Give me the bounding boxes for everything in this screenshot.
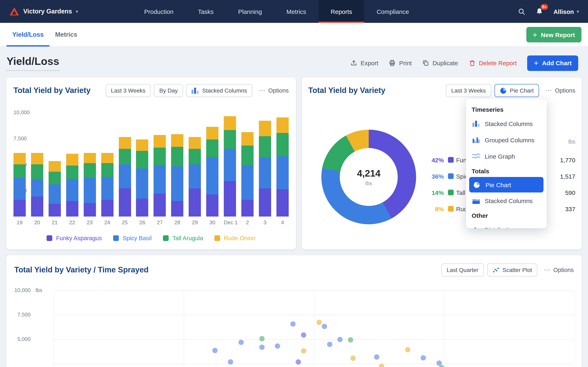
range-button[interactable]: Last 3 Weeks <box>446 84 491 97</box>
trash-icon <box>469 59 476 67</box>
top-nav: Victory Gardens ▾ ProductionTasksPlannin… <box>0 0 588 23</box>
menu-item-stacked-columns[interactable]: Stacked Columns <box>466 192 547 209</box>
tab-metrics[interactable]: Metrics <box>49 23 83 47</box>
bar-segment-tall-arugula <box>277 133 289 156</box>
user-menu[interactable]: Allison ▾ <box>553 8 579 15</box>
stacked-bar[interactable] <box>84 153 96 217</box>
stacked-bar[interactable] <box>101 153 113 217</box>
h-gridline <box>53 290 574 291</box>
notifications-button[interactable]: 5+ <box>536 7 544 16</box>
scatter-point-spicy-basil[interactable] <box>291 322 296 327</box>
scatter-point-spicy-basil[interactable] <box>374 354 379 359</box>
scatter-point-tall-arugula[interactable] <box>348 337 353 343</box>
stacked-bar[interactable] <box>13 153 26 217</box>
legend-item-tall-arugula[interactable]: Tall Arugula <box>163 235 203 242</box>
stacked-bar[interactable] <box>224 117 236 217</box>
nav-item-reports[interactable]: Reports <box>319 0 364 23</box>
chart-type-button[interactable]: Pie Chart <box>494 84 539 97</box>
stacked-bar[interactable] <box>259 120 271 217</box>
scatter-point-spicy-basil[interactable] <box>228 359 233 364</box>
legend-item-funky-asparagus[interactable]: Funky Asparagus <box>47 235 102 242</box>
donut-unit: lbs <box>365 180 372 186</box>
new-report-button[interactable]: + New Report <box>526 27 581 42</box>
menu-item-stacked-columns[interactable]: Stacked Columns <box>466 115 547 132</box>
x-axis-tick: 26 <box>136 219 148 225</box>
bar-segment-funky-asparagus <box>119 188 131 217</box>
export-button[interactable]: Export <box>350 59 378 67</box>
stacked-bar[interactable] <box>206 127 218 217</box>
delete-report-button[interactable]: Delete Report <box>469 59 517 67</box>
scatter-point-rude-onion[interactable] <box>405 347 410 352</box>
bar-segment-tall-arugula <box>259 136 271 157</box>
legend-label: Rude Onion <box>224 235 256 242</box>
v-gridline <box>184 290 184 367</box>
pie-stat-percent: 42% <box>424 156 444 163</box>
nav-item-metrics[interactable]: Metrics <box>274 0 319 23</box>
nav-item-planning[interactable]: Planning <box>226 0 274 23</box>
nav-item-production[interactable]: Production <box>132 0 186 23</box>
scatter-point-spicy-basil[interactable] <box>259 345 265 350</box>
stacked-bar[interactable] <box>277 117 289 217</box>
org-switcher[interactable]: Victory Gardens ▾ <box>0 0 87 23</box>
bar-segment-tall-arugula <box>224 130 236 149</box>
scatter-point-spicy-basil[interactable] <box>436 360 442 366</box>
duplicate-button[interactable]: Duplicate <box>423 59 458 67</box>
scatter-point-tall-arugula[interactable] <box>259 336 265 341</box>
menu-item-line-graph[interactable]: Line Graph <box>466 148 547 164</box>
bar-segment-tall-arugula <box>13 164 26 178</box>
options-button[interactable]: ⋯ Options <box>545 87 575 94</box>
scatter-point-spicy-basil[interactable] <box>337 337 343 342</box>
stacked-bar[interactable] <box>66 154 78 217</box>
menu-item-label: Stacked Columns <box>485 197 533 204</box>
legend-swatch <box>47 235 52 241</box>
search-button[interactable] <box>518 8 526 15</box>
x-axis-tick: 27 <box>154 219 166 225</box>
bar-segment-tall-arugula <box>171 147 183 166</box>
options-button[interactable]: ⋯ Options <box>259 87 289 94</box>
donut-center: 4,214 lbs <box>321 130 416 224</box>
scatter-chart: 10,0007,5005,000lbs <box>6 255 582 367</box>
scatter-point-spicy-basil[interactable] <box>275 343 280 349</box>
scatter-point-spicy-basil[interactable] <box>212 348 218 353</box>
ellipsis-icon: ⋯ <box>545 87 552 94</box>
menu-item-distribution[interactable]: Distribution <box>466 221 547 228</box>
stacked-bar[interactable] <box>49 161 61 217</box>
legend-item-rude-onion[interactable]: Rude Onion <box>215 235 256 242</box>
nav-item-compliance[interactable]: Compliance <box>364 0 421 23</box>
nav-item-tasks[interactable]: Tasks <box>186 0 226 23</box>
legend-item-spicy-basil[interactable]: Spicy Basil <box>113 235 152 242</box>
pie-stat-value: 337 <box>543 205 575 212</box>
bar-segment-funky-asparagus <box>259 188 271 217</box>
stacked-bar[interactable] <box>31 153 43 217</box>
range-button[interactable]: Last 3 Weeks <box>105 84 151 97</box>
tab-yield-loss[interactable]: Yield/Loss <box>7 23 49 47</box>
scatter-point-spicy-basil[interactable] <box>421 355 426 360</box>
page-header: Yield/Loss Export Print Duplicate Delete… <box>0 47 588 77</box>
menu-item-grouped-columns[interactable]: Grouped Columns <box>466 132 547 148</box>
add-chart-button[interactable]: + Add Chart <box>527 55 578 71</box>
scatter-point-rude-onion[interactable] <box>350 355 356 361</box>
menu-item-pie-chart[interactable]: Pie Chart <box>469 177 544 192</box>
print-button[interactable]: Print <box>389 59 412 67</box>
granularity-button[interactable]: By Day <box>154 84 183 97</box>
stacked-bar[interactable] <box>171 134 183 217</box>
stacked-bar[interactable] <box>189 137 201 217</box>
pie-stat-percent: 36% <box>424 173 444 180</box>
bar-segment-spicy-basil <box>277 156 289 189</box>
scatter-point-rude-onion[interactable] <box>301 348 306 353</box>
chart-type-button[interactable]: Stacked Columns <box>186 84 252 97</box>
stacked-columns-icon <box>192 87 199 94</box>
scatter-point-spicy-basil[interactable] <box>322 324 327 329</box>
stacked-bar-chart: 10,0007,5005,0002,500 192021222324252627… <box>13 112 289 234</box>
scatter-point-spicy-basil[interactable] <box>238 340 244 345</box>
scatter-point-spicy-basil[interactable] <box>327 342 332 347</box>
bar-segment-spicy-basil <box>154 165 166 193</box>
stacked-bar[interactable] <box>241 132 254 217</box>
bar-segment-rude-onion <box>189 137 201 149</box>
scatter-point-rude-onion[interactable] <box>317 319 322 325</box>
stacked-bar[interactable] <box>154 135 166 217</box>
scatter-point-funky-asparagus[interactable] <box>301 333 306 338</box>
stacked-bar[interactable] <box>136 139 148 217</box>
stacked-bar[interactable] <box>119 137 131 217</box>
x-axis-tick: 3 <box>259 219 271 225</box>
